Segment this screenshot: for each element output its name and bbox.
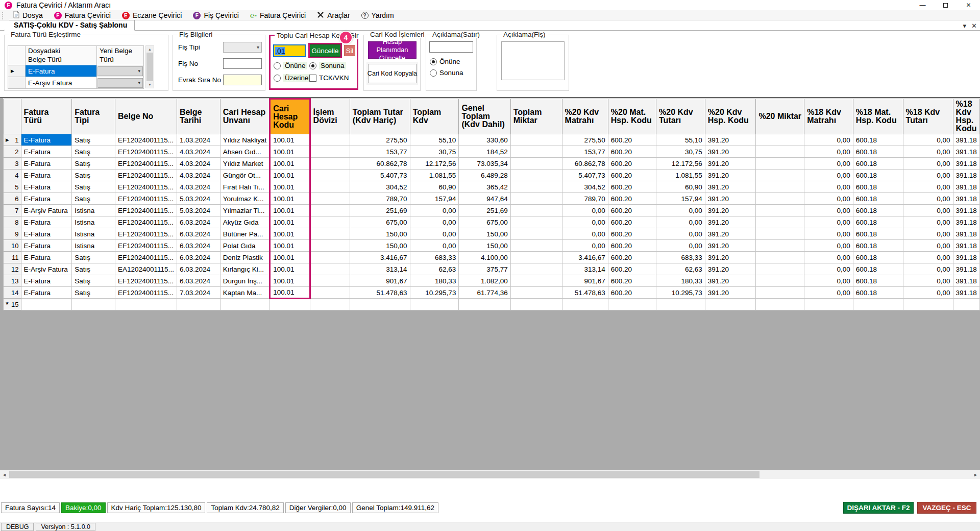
cell[interactable]: 0,00 <box>656 240 705 252</box>
cell[interactable]: 0,00 <box>804 158 853 170</box>
cell[interactable]: 0,00 <box>656 228 705 240</box>
row-header[interactable]: 13 <box>4 275 21 287</box>
cell[interactable] <box>510 193 562 205</box>
cell[interactable]: 0,00 <box>656 205 705 216</box>
cell[interactable]: 600.20 <box>608 193 656 205</box>
column-header[interactable]: %20 Mat. Hsp. Kodu <box>608 99 656 134</box>
cell[interactable]: 0,00 <box>903 263 953 275</box>
fis-no-input[interactable] <box>223 58 262 69</box>
column-header[interactable]: İşlem Dövizi <box>310 99 350 134</box>
cell[interactable]: 100.01 <box>270 240 310 252</box>
evrak-sira-no-input[interactable] <box>223 75 262 85</box>
cell[interactable]: 391.18 <box>953 216 979 228</box>
cell[interactable]: EF12024001115... <box>115 193 177 205</box>
cell[interactable]: E-Fatura <box>21 240 72 252</box>
cell[interactable]: 251,69 <box>350 205 410 216</box>
cell[interactable]: 304,52 <box>350 181 410 193</box>
cell[interactable]: 600.18 <box>853 134 903 146</box>
cell[interactable]: 12.172,56 <box>410 158 459 170</box>
cell[interactable]: 600.20 <box>608 181 656 193</box>
cell[interactable]: 391.18 <box>953 146 979 158</box>
cell[interactable]: 391.20 <box>705 263 756 275</box>
cell[interactable]: Ahsen Gıd... <box>220 146 270 158</box>
mapping-new-type-cell[interactable]: ▾ <box>97 77 144 89</box>
cell[interactable] <box>459 299 510 310</box>
cell[interactable]: 0,00 <box>903 252 953 263</box>
menu-item-fatura-cevirici[interactable]: FFatura Çevirici <box>48 10 116 21</box>
mapping-scrollbar[interactable]: ▲ ▼ <box>145 45 154 88</box>
cell[interactable] <box>115 299 177 310</box>
cell[interactable] <box>756 287 804 299</box>
cell[interactable] <box>310 299 350 310</box>
cell[interactable]: 0,00 <box>804 252 853 263</box>
cell[interactable]: 55,10 <box>410 134 459 146</box>
cell[interactable] <box>177 299 220 310</box>
cell[interactable] <box>756 134 804 146</box>
cell[interactable]: 675,00 <box>459 216 510 228</box>
mapping-doc-type-cell[interactable]: E-Fatura <box>26 65 97 77</box>
row-header[interactable]: 8 <box>4 216 21 228</box>
cell[interactable]: 0,00 <box>903 205 953 216</box>
cell[interactable] <box>310 205 350 216</box>
cell[interactable]: Fırat Halı Ti... <box>220 181 270 193</box>
cell[interactable]: 0,00 <box>562 228 608 240</box>
cell[interactable]: 391.18 <box>953 134 979 146</box>
cell[interactable] <box>410 299 459 310</box>
cell[interactable] <box>510 181 562 193</box>
cell[interactable]: 1.082,00 <box>459 275 510 287</box>
cell[interactable] <box>656 299 705 310</box>
cell[interactable]: 0,00 <box>804 228 853 240</box>
cell[interactable]: 391.18 <box>953 240 979 252</box>
cell[interactable]: 600.20 <box>608 240 656 252</box>
row-header[interactable]: 11 <box>4 252 21 263</box>
cell[interactable] <box>310 275 350 287</box>
cell[interactable]: 675,00 <box>350 216 410 228</box>
cell[interactable] <box>310 263 350 275</box>
cell[interactable] <box>510 228 562 240</box>
cell[interactable]: 391.18 <box>953 181 979 193</box>
cell[interactable] <box>510 287 562 299</box>
cell[interactable]: 0,00 <box>903 240 953 252</box>
cell[interactable]: E-Arşiv Fatura <box>21 263 72 275</box>
menu-item-eczane-cevirici[interactable]: EEczane Çevirici <box>116 10 187 21</box>
cell[interactable]: E-Fatura <box>21 146 72 158</box>
radio-satir-sonuna[interactable]: Sonuna <box>430 69 463 77</box>
cell[interactable]: 600.18 <box>853 205 903 216</box>
cell[interactable]: 600.18 <box>853 181 903 193</box>
cell[interactable]: 789,70 <box>562 193 608 205</box>
cell[interactable]: 5.03.2024 <box>177 205 220 216</box>
cell[interactable] <box>270 299 310 310</box>
cell[interactable]: 12.172,56 <box>656 158 705 170</box>
cell[interactable]: 55,10 <box>656 134 705 146</box>
cell[interactable]: 100.01 <box>270 228 310 240</box>
cell[interactable]: 0,00 <box>903 146 953 158</box>
cell[interactable]: 0,00 <box>804 134 853 146</box>
cell[interactable]: 0,00 <box>804 193 853 205</box>
cell[interactable]: 0,00 <box>410 205 459 216</box>
cell[interactable]: 0,00 <box>804 287 853 299</box>
cell[interactable]: 600.18 <box>853 146 903 158</box>
cell[interactable] <box>756 193 804 205</box>
hesap-planimdan-guncelle-button[interactable]: Hesap Planımdan Güncelle <box>368 41 416 59</box>
cell[interactable]: Istisna <box>72 240 115 252</box>
cell[interactable]: 391.20 <box>705 158 756 170</box>
cell[interactable]: 100.01 <box>270 193 310 205</box>
cell[interactable] <box>756 275 804 287</box>
row-header[interactable]: 7 <box>4 205 21 216</box>
cell[interactable] <box>903 299 953 310</box>
cell[interactable]: Satış <box>72 252 115 263</box>
cell[interactable]: Istisna <box>72 228 115 240</box>
cell[interactable]: 0,00 <box>903 170 953 181</box>
cell[interactable]: EF12024001115... <box>115 158 177 170</box>
mapping-new-type-cell[interactable]: ▾ <box>97 65 144 77</box>
cell[interactable]: 51.478,63 <box>562 287 608 299</box>
cell[interactable]: 10.295,73 <box>410 287 459 299</box>
cell[interactable]: 100.01 <box>270 158 310 170</box>
cell[interactable]: 157,94 <box>410 193 459 205</box>
cell[interactable]: 0,00 <box>562 216 608 228</box>
cell[interactable]: Satış <box>72 275 115 287</box>
cell[interactable]: Satış <box>72 193 115 205</box>
cell[interactable]: 6.489,28 <box>459 170 510 181</box>
cell[interactable]: EF12024001115... <box>115 287 177 299</box>
cell[interactable]: 51.478,63 <box>350 287 410 299</box>
